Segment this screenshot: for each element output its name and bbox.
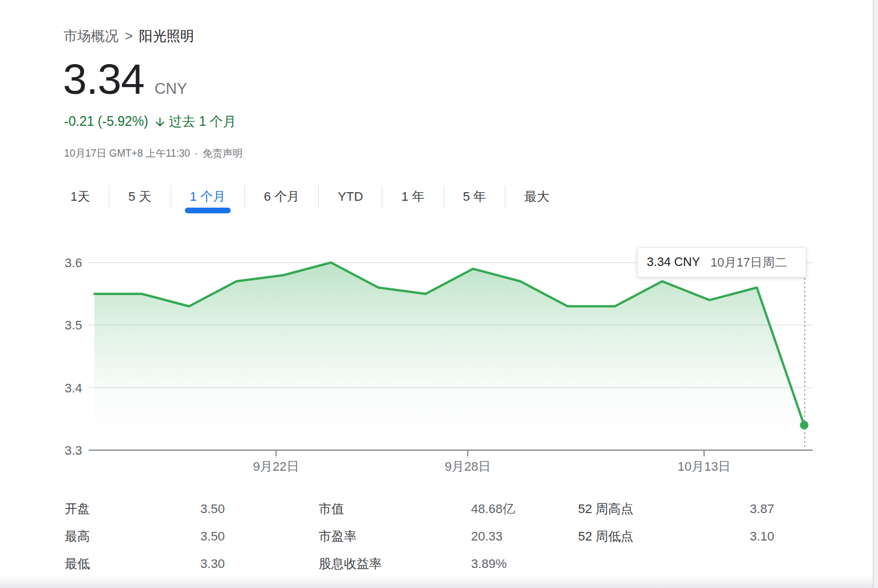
stat-row: 股息收益率3.89% <box>319 550 571 578</box>
stats-column: 开盘3.50最高3.50最低3.30 <box>65 495 311 578</box>
tab-5y[interactable]: 5 年 <box>444 185 505 208</box>
y-tick-label: 3.5 <box>65 318 82 332</box>
stat-value: 3.10 <box>750 529 774 544</box>
price-row: 3.34 CNY <box>63 58 187 101</box>
tab-label: 6 个月 <box>264 188 299 205</box>
stat-label: 最高 <box>65 528 90 545</box>
stats-column: 市值48.68亿市盈率20.33股息收益率3.89% <box>319 495 571 578</box>
stat-label: 股息收益率 <box>319 555 382 573</box>
tab-5d[interactable]: 5 天 <box>109 185 171 208</box>
dot-separator: · <box>195 148 198 160</box>
x-tick-label: 9月28日 <box>445 459 491 474</box>
y-tick-label: 3.3 <box>65 443 82 458</box>
stat-row: 市值48.68亿 <box>319 495 571 523</box>
tab-1d[interactable]: 1天 <box>65 185 109 208</box>
price-area-chart[interactable]: 9月22日9月28日10月13日3.33.43.53.6 <box>57 246 878 475</box>
tab-max[interactable]: 最大 <box>505 185 568 208</box>
stat-value: 3.87 <box>750 502 774 517</box>
y-tick-label: 3.4 <box>65 381 82 395</box>
stat-label: 最低 <box>65 555 90 573</box>
tab-label: 1 年 <box>401 188 424 205</box>
active-tab-indicator <box>185 208 231 213</box>
stat-value: 20.33 <box>471 529 503 544</box>
quote-timestamp: 10月17日 GMT+8 上午11:30 <box>64 146 190 160</box>
x-tick-label: 9月22日 <box>253 459 299 474</box>
tab-label: 5 年 <box>463 188 486 205</box>
change-text: -0.21 (-5.92%) <box>64 114 148 129</box>
chart-container[interactable]: 9月22日9月28日10月13日3.33.43.53.6 <box>57 246 878 475</box>
currency-label: CNY <box>155 80 187 98</box>
stat-value: 3.50 <box>200 529 225 544</box>
tab-1m[interactable]: 1 个月 <box>171 185 245 208</box>
stats-column: 52 周高点3.8752 周低点3.10 <box>578 495 813 550</box>
last-point-dot <box>800 421 809 430</box>
stock-name: 阳光照明 <box>139 27 194 45</box>
tooltip-date: 10月17日周二 <box>710 254 787 271</box>
stat-label: 市盈率 <box>319 528 357 545</box>
stat-label: 开盘 <box>65 500 90 518</box>
stat-row: 52 周低点3.10 <box>578 523 813 550</box>
breadcrumb-root-link[interactable]: 市场概况 <box>64 27 118 45</box>
next-section-shadow <box>0 575 873 588</box>
tab-6m[interactable]: 6 个月 <box>245 185 319 208</box>
stat-value: 48.68亿 <box>471 500 515 518</box>
stat-value: 3.50 <box>200 502 225 517</box>
key-stats-table: 开盘3.50最高3.50最低3.30市值48.68亿市盈率20.33股息收益率3… <box>65 495 816 581</box>
arrow-down-icon <box>153 116 167 129</box>
period-tab-bar: 1天5 天1 个月6 个月YTD1 年5 年最大 <box>65 185 568 208</box>
change-row: -0.21 (-5.92%) 过去 1 个月 <box>64 113 236 130</box>
stat-value: 3.30 <box>200 557 225 571</box>
stat-label: 52 周高点 <box>578 500 634 518</box>
tab-label: 1 个月 <box>190 188 226 205</box>
tab-label: 5 天 <box>128 188 151 205</box>
change-period: 过去 1 个月 <box>169 113 236 130</box>
stat-label: 市值 <box>319 500 344 518</box>
tab-label: 最大 <box>524 188 549 205</box>
tab-label: 1天 <box>70 188 90 205</box>
price-area-fill <box>94 263 804 450</box>
tooltip-price: 3.34 CNY <box>647 255 700 269</box>
stat-row: 最低3.30 <box>65 550 311 578</box>
stat-label: 52 周低点 <box>578 528 634 545</box>
breadcrumb: 市场概况 > 阳光照明 <box>64 27 194 45</box>
tab-ytd[interactable]: YTD <box>319 185 382 208</box>
stat-row: 52 周高点3.87 <box>578 495 813 523</box>
x-tick-label: 10月13日 <box>678 459 731 474</box>
tab-1y[interactable]: 1 年 <box>382 185 444 208</box>
price-value: 3.34 <box>63 58 144 101</box>
stat-row: 开盘3.50 <box>65 495 311 523</box>
breadcrumb-separator: > <box>125 28 133 44</box>
disclaimer-link[interactable]: 免责声明 <box>203 146 243 160</box>
quote-meta-row: 10月17日 GMT+8 上午11:30 · 免责声明 <box>64 146 243 160</box>
chart-tooltip: 3.34 CNY 10月17日周二 <box>637 247 806 277</box>
tab-label: YTD <box>338 189 363 204</box>
stat-row: 最高3.50 <box>65 523 311 550</box>
stat-row: 市盈率20.33 <box>319 523 571 550</box>
stat-value: 3.89% <box>471 557 507 571</box>
scrollbar[interactable] <box>873 0 878 588</box>
y-tick-label: 3.6 <box>65 256 82 270</box>
